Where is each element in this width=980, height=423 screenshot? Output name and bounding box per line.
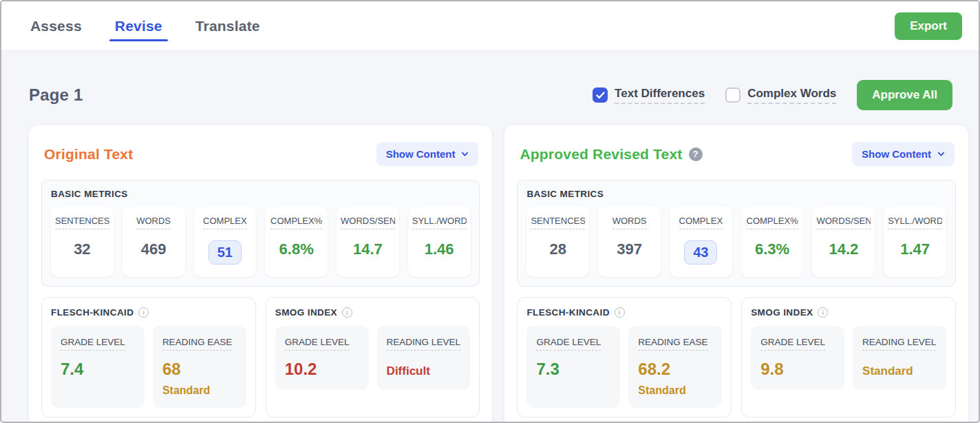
score-value-text: 68 [162,360,181,378]
reading-ease-box: READING EASE 68.2 Standard [628,326,722,408]
metric-value: 1.46 [412,240,467,258]
approved-revised-text-title: Approved Revised Text [520,146,682,163]
heading-text: SMOG INDEX [751,307,813,318]
score-label: READING EASE [162,337,232,351]
score-value-text: Standard [862,364,913,378]
approved-basic-metrics-section: BASIC METRICS SENTENCES 28 WORDS 397 COM… [517,180,955,287]
heading-text: FLESCH-KINCAID [51,307,134,318]
metric-value: 1.47 [888,240,942,258]
flesch-kincaid-heading: FLESCH-KINCAID i [51,307,246,318]
flesch-kincaid-card: FLESCH-KINCAID i GRADE LEVEL 7.3 READING… [517,297,732,417]
score-boxes: GRADE LEVEL 7.3 READING EASE 68.2 Standa… [526,326,722,408]
tab-assess[interactable]: Assess [29,3,83,50]
metric-card-words-per-sentence: WORDS/SENTENCE 14.2 [812,207,875,277]
info-icon[interactable]: i [138,307,149,318]
metric-value-text: 28 [550,240,566,258]
complex-words-label: Complex Words [747,87,836,104]
grade-level-box: GRADE LEVEL 10.2 [275,326,369,390]
metric-value: 6.3% [745,240,800,258]
reading-level-box: READING LEVEL Standard [853,326,946,390]
metric-card-complex: COMPLEX 51 [194,207,257,277]
flesch-kincaid-card: FLESCH-KINCAID i GRADE LEVEL 7.4 READING… [41,297,256,417]
score-label: READING LEVEL [862,337,936,351]
grade-level-box: GRADE LEVEL 7.4 [51,326,145,408]
text-differences-label: Text Differences [615,87,705,104]
metric-value: 32 [55,240,109,258]
metric-value-text: 14.7 [353,240,383,258]
metric-label: COMPLEX [203,216,247,229]
metric-value: 51 [198,240,253,265]
metric-value: 14.7 [341,240,395,258]
complex-words-toggle[interactable]: Complex Words [725,87,836,104]
approve-all-button[interactable]: Approve All [857,80,952,110]
metric-value: 397 [602,240,657,258]
score-value: 7.3 [536,360,610,379]
metric-card-syllables-per-word: SYLL./WORD 1.47 [884,207,946,277]
metric-label: SYLL./WORD [888,216,942,229]
info-icon[interactable]: i [615,307,625,318]
page-title: Page 1 [29,85,83,105]
metric-value-text: 397 [617,240,642,258]
original-panel-header: Original Text Show Content [41,139,480,166]
original-basic-metrics-section: BASIC METRICS SENTENCES 32 WORDS 469 COM… [41,180,480,287]
metric-card-sentences: SENTENCES 28 [526,207,589,277]
score-sub-label: Standard [162,384,237,397]
complex-words-checkbox[interactable] [725,87,741,103]
tab-revise[interactable]: Revise [114,3,164,50]
original-show-content-button[interactable]: Show Content [376,142,479,166]
metric-value-text: 6.8% [279,240,314,258]
text-differences-checkbox[interactable] [593,87,608,103]
metric-value-text[interactable]: 51 [209,240,242,265]
chevron-down-icon [937,150,945,158]
basic-metrics-cards: SENTENCES 28 WORDS 397 COMPLEX 43 COMP [526,207,946,277]
show-content-label: Show Content [386,148,456,160]
metric-label: SENTENCES [55,216,109,229]
reading-level-box: READING LEVEL Difficult [377,326,471,390]
comparison-panels: Original Text Show Content BASIC METRICS… [29,125,952,423]
score-value-text: 7.3 [536,360,559,378]
score-value: 7.4 [61,360,135,379]
metric-card-complex-pct: COMPLEX% 6.3% [741,207,804,277]
score-boxes: GRADE LEVEL 10.2 READING LEVEL Difficult [275,326,471,390]
score-value: 10.2 [285,360,359,379]
score-value: Difficult [387,360,461,379]
score-value: 68 [162,360,237,379]
metric-value: 469 [127,240,181,258]
score-label: READING LEVEL [387,337,460,351]
score-value-text: Difficult [387,364,430,378]
metric-label: COMPLEX% [270,216,322,229]
original-score-cards: FLESCH-KINCAID i GRADE LEVEL 7.4 READING… [41,297,480,417]
help-icon[interactable]: ? [689,147,703,161]
grade-level-box: GRADE LEVEL 7.3 [526,326,620,408]
heading-text: FLESCH-KINCAID [526,307,609,318]
metric-value-text: 1.46 [425,240,454,258]
grade-level-box: GRADE LEVEL 9.8 [751,326,844,390]
metric-value: 14.2 [816,240,871,258]
approved-revised-text-panel: Approved Revised Text ? Show Content BAS… [504,125,968,423]
metric-value-text: 1.47 [900,240,930,258]
metric-label: COMPLEX% [747,216,798,229]
original-text-title: Original Text [44,146,133,163]
metric-value-text[interactable]: 43 [684,240,717,265]
smog-index-heading: SMOG INDEX i [275,307,471,318]
app-window: Assess Revise Translate Export Page 1 Te… [0,0,980,423]
metric-value: 28 [531,240,585,258]
approved-score-cards: FLESCH-KINCAID i GRADE LEVEL 7.3 READING… [517,297,955,417]
metric-card-sentences: SENTENCES 32 [51,207,114,277]
smog-index-card: SMOG INDEX i GRADE LEVEL 9.8 READING LEV… [741,297,956,417]
text-differences-toggle[interactable]: Text Differences [593,87,705,104]
info-icon[interactable]: i [342,307,352,318]
chevron-down-icon [461,150,469,158]
basic-metrics-heading: BASIC METRICS [526,189,946,199]
info-icon[interactable]: i [818,307,828,318]
tab-translate[interactable]: Translate [194,3,262,50]
export-button[interactable]: Export [895,12,962,40]
metric-label: SYLL./WORD [412,216,467,229]
score-value-text: 68.2 [638,360,670,378]
approved-show-content-button[interactable]: Show Content [852,142,955,166]
score-value: 9.8 [760,360,835,379]
metric-card-words: WORDS 469 [122,207,185,277]
basic-metrics-heading: BASIC METRICS [51,189,470,199]
score-value-text: 10.2 [285,360,317,378]
tab-bar: Assess Revise Translate [29,3,262,50]
